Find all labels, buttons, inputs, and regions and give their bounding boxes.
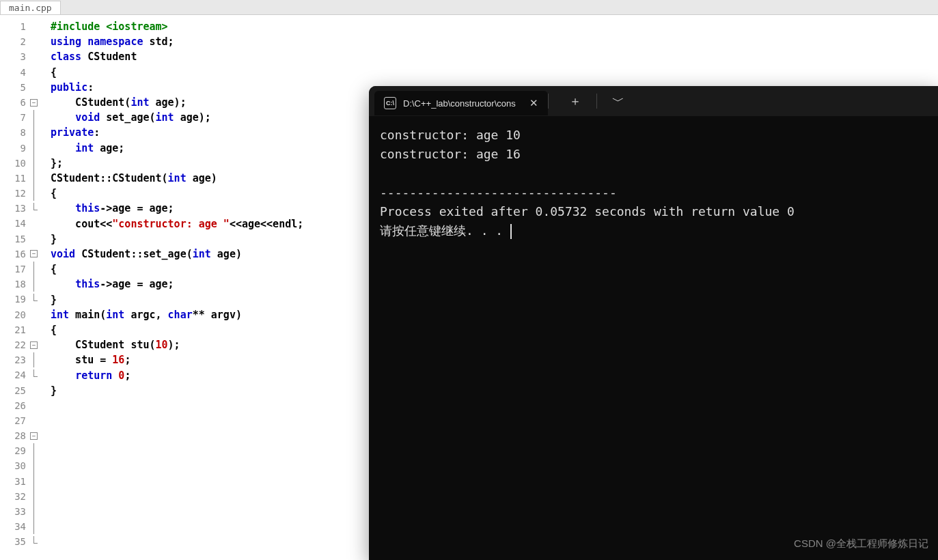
line-number: 5 bbox=[0, 80, 26, 95]
fold-marker bbox=[30, 141, 45, 156]
code-line[interactable]: { bbox=[51, 65, 938, 80]
fold-marker bbox=[30, 367, 45, 382]
fold-marker bbox=[30, 489, 45, 504]
line-number: 31 bbox=[0, 474, 26, 489]
line-number: 21 bbox=[0, 322, 26, 337]
line-number: 2 bbox=[0, 34, 26, 49]
line-number: 26 bbox=[0, 398, 26, 413]
line-number: 22 bbox=[0, 337, 26, 352]
fold-marker bbox=[30, 110, 45, 125]
line-number: 16 bbox=[0, 247, 26, 262]
fold-marker bbox=[30, 216, 45, 231]
fold-marker bbox=[30, 413, 45, 428]
editor-tab[interactable]: main.cpp bbox=[0, 1, 61, 14]
line-number: 35 bbox=[0, 534, 26, 549]
line-number: 1 bbox=[0, 19, 26, 34]
line-number: 8 bbox=[0, 125, 26, 140]
fold-marker bbox=[30, 201, 45, 216]
fold-marker bbox=[30, 474, 45, 489]
fold-marker bbox=[30, 443, 45, 458]
line-number: 25 bbox=[0, 383, 26, 398]
new-tab-icon[interactable]: ＋ bbox=[569, 93, 581, 109]
terminal-tab-title: D:\C++_lab\constructor\cons bbox=[403, 98, 516, 109]
code-line[interactable]: using namespace std; bbox=[51, 34, 938, 49]
close-icon[interactable]: ✕ bbox=[529, 97, 538, 109]
fold-marker bbox=[30, 262, 45, 277]
fold-marker bbox=[30, 80, 45, 95]
line-number: 3 bbox=[0, 49, 26, 64]
line-number: 33 bbox=[0, 504, 26, 519]
line-number: 10 bbox=[0, 156, 26, 171]
line-number: 6 bbox=[0, 95, 26, 110]
code-line[interactable]: #include <iostream> bbox=[51, 19, 938, 34]
fold-marker bbox=[30, 277, 45, 292]
fold-marker bbox=[30, 292, 45, 307]
titlebar-divider bbox=[548, 94, 549, 109]
line-number: 17 bbox=[0, 262, 26, 277]
watermark: CSDN @全栈工程师修炼日记 bbox=[794, 537, 928, 550]
fold-marker bbox=[30, 232, 45, 247]
fold-marker bbox=[30, 383, 45, 398]
line-number: 14 bbox=[0, 216, 26, 231]
fold-marker bbox=[30, 458, 45, 473]
line-number: 23 bbox=[0, 352, 26, 367]
line-number: 18 bbox=[0, 277, 26, 292]
fold-marker bbox=[30, 398, 45, 413]
fold-marker bbox=[30, 186, 45, 201]
terminal-cursor bbox=[510, 224, 512, 239]
fold-marker bbox=[30, 65, 45, 80]
titlebar-divider bbox=[596, 94, 597, 109]
fold-marker bbox=[30, 519, 45, 534]
fold-marker bbox=[30, 504, 45, 519]
line-number: 15 bbox=[0, 232, 26, 247]
line-number: 28 bbox=[0, 428, 26, 443]
fold-marker bbox=[30, 352, 45, 367]
terminal-output[interactable]: constructor: age 10 constructor: age 16 … bbox=[369, 116, 938, 250]
fold-marker bbox=[30, 322, 45, 337]
terminal-actions: ＋ ﹀ bbox=[555, 86, 638, 116]
fold-marker[interactable]: − bbox=[30, 95, 45, 110]
fold-column[interactable]: −−−− bbox=[30, 15, 45, 560]
line-number: 34 bbox=[0, 519, 26, 534]
line-number: 32 bbox=[0, 489, 26, 504]
fold-marker bbox=[30, 34, 45, 49]
line-number: 11 bbox=[0, 171, 26, 186]
fold-marker bbox=[30, 171, 45, 186]
fold-marker bbox=[30, 534, 45, 549]
line-number: 30 bbox=[0, 458, 26, 473]
line-number: 24 bbox=[0, 367, 26, 382]
line-number: 20 bbox=[0, 307, 26, 322]
fold-marker[interactable]: − bbox=[30, 247, 45, 262]
code-line[interactable]: class CStudent bbox=[51, 49, 938, 64]
fold-marker[interactable]: − bbox=[30, 337, 45, 352]
terminal-app-icon: C:\ bbox=[384, 97, 396, 109]
line-number: 19 bbox=[0, 292, 26, 307]
line-number: 12 bbox=[0, 186, 26, 201]
line-number: 9 bbox=[0, 141, 26, 156]
chevron-down-icon[interactable]: ﹀ bbox=[612, 93, 624, 109]
editor-tab-bar: main.cpp bbox=[0, 0, 938, 15]
line-number: 13 bbox=[0, 201, 26, 216]
fold-marker bbox=[30, 156, 45, 171]
line-number: 7 bbox=[0, 110, 26, 125]
fold-marker bbox=[30, 307, 45, 322]
line-number: 4 bbox=[0, 65, 26, 80]
line-number: 29 bbox=[0, 443, 26, 458]
fold-marker bbox=[30, 49, 45, 64]
fold-marker bbox=[30, 125, 45, 140]
terminal-titlebar[interactable]: C:\ D:\C++_lab\constructor\cons ✕ ＋ ﹀ bbox=[369, 86, 938, 116]
fold-marker[interactable]: − bbox=[30, 428, 45, 443]
terminal-window: C:\ D:\C++_lab\constructor\cons ✕ ＋ ﹀ co… bbox=[369, 86, 938, 560]
terminal-tab[interactable]: C:\ D:\C++_lab\constructor\cons ✕ bbox=[374, 91, 548, 115]
line-number-gutter: 1234567891011121314151617181920212223242… bbox=[0, 15, 30, 560]
fold-marker bbox=[30, 19, 45, 34]
line-number: 27 bbox=[0, 413, 26, 428]
